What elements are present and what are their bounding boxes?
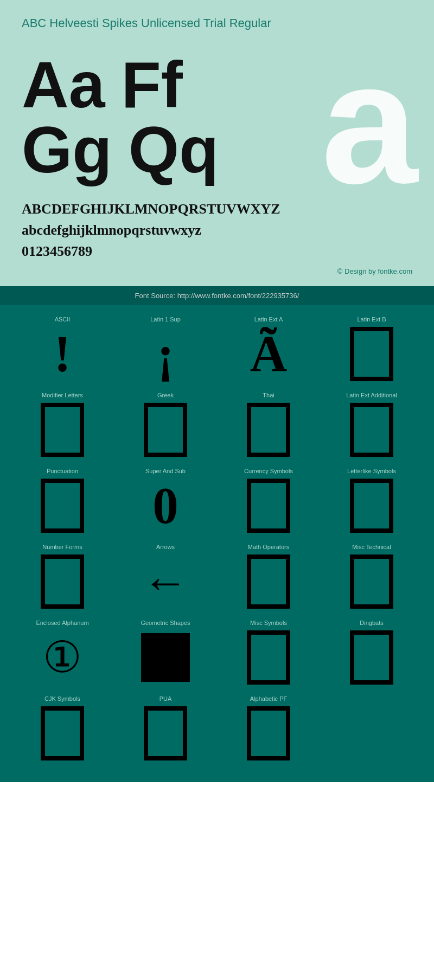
top-section: ABC Helveesti Spikes Unlicensed Trial Re… bbox=[0, 0, 434, 286]
glyph-cell-punctuation: Punctuation bbox=[11, 462, 114, 538]
glyph-cell-super-and-sub: Super And Sub 0 bbox=[114, 462, 217, 538]
glyph-cell-thai: Thai bbox=[217, 386, 320, 462]
glyph-cell-misc-technical: Misc Technical bbox=[320, 538, 423, 614]
glyph-cell-alphabetic-pf: Alphabetic PF bbox=[217, 690, 320, 766]
glyph-cell-dingbats: Dingbats bbox=[320, 614, 423, 690]
glyph-cell-latin-ext-a: Latin Ext A Ã bbox=[217, 311, 320, 386]
letter-gg: Gg bbox=[22, 117, 112, 182]
glyph-cell-latin1sup: Latin 1 Sup ¡ bbox=[114, 311, 217, 386]
letter-qq: Qq bbox=[129, 117, 219, 182]
glyph-cell-cjk-symbols: CJK Symbols bbox=[11, 690, 114, 766]
lowercase-alphabet: abcdefghijklmnopqrstuvwxyz bbox=[22, 220, 412, 241]
copyright: © Design by fontke.com bbox=[22, 267, 412, 275]
glyph-cell-empty bbox=[320, 690, 423, 766]
glyph-grid: ASCII ! Latin 1 Sup ¡ Latin Ext A Ã Lati… bbox=[0, 305, 434, 771]
glyph-cell-number-forms: Number Forms bbox=[11, 538, 114, 614]
font-source: Font Source: http://www.fontke.com/font/… bbox=[0, 286, 434, 305]
glyph-cell-ascii: ASCII ! bbox=[11, 311, 114, 386]
letters-row2: Gg Qq bbox=[22, 117, 412, 182]
glyph-cell-letterlike: Letterlike Symbols bbox=[320, 462, 423, 538]
glyph-cell-greek: Greek bbox=[114, 386, 217, 462]
glyph-cell-latin-ext-b: Latin Ext B bbox=[320, 311, 423, 386]
glyph-cell-modifier: Modifier Letters bbox=[11, 386, 114, 462]
glyph-cell-math-operators: Math Operators bbox=[217, 538, 320, 614]
letters-row1: Aa Ff bbox=[22, 52, 412, 117]
glyph-cell-geometric-shapes: Geometric Shapes bbox=[114, 614, 217, 690]
letter-ff: Ff bbox=[121, 52, 182, 117]
glyph-cell-pua: PUA bbox=[114, 690, 217, 766]
letter-aa: Aa bbox=[22, 52, 105, 117]
digits: 0123456789 bbox=[22, 241, 412, 262]
glyph-cell-latin-ext-additional: Latin Ext Additional bbox=[320, 386, 423, 462]
glyph-cell-misc-symbols: Misc Symbols bbox=[217, 614, 320, 690]
glyph-cell-enclosed-alphanum: Enclosed Alphanum ① bbox=[11, 614, 114, 690]
bottom-section: Font Source: http://www.fontke.com/font/… bbox=[0, 286, 434, 782]
glyph-cell-arrows: Arrows ← bbox=[114, 538, 217, 614]
glyph-cell-currency: Currency Symbols bbox=[217, 462, 320, 538]
letter-display: a Aa Ff Gg Qq bbox=[22, 41, 412, 193]
